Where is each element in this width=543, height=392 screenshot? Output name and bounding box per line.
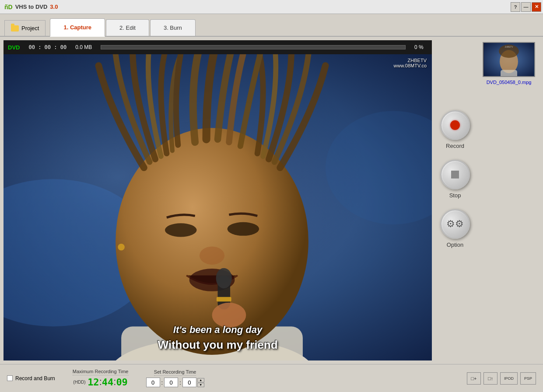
video-display: ZHBETV www.08MTV.co It's been a long day… bbox=[4, 54, 432, 360]
logo-icon: ñD bbox=[4, 4, 13, 10]
tab-capture[interactable]: 1. Capture bbox=[50, 18, 105, 37]
subtitle-line1: It's been a long day bbox=[25, 324, 410, 336]
folder-icon bbox=[11, 25, 19, 32]
set-time-seconds[interactable] bbox=[182, 378, 196, 387]
record-icon bbox=[450, 120, 460, 130]
svg-text:ZHBETV: ZHBETV bbox=[505, 46, 514, 48]
max-time-section: Maximum Recording Time (HDD) 12 : 44 : 0… bbox=[73, 369, 129, 388]
set-time-inputs: : : ▲ ▼ bbox=[146, 378, 204, 387]
video-info-bar: DVD 00 : 00 : 00 0.0 MB 0 % bbox=[4, 40, 432, 54]
spin-up-button[interactable]: ▲ bbox=[197, 378, 204, 382]
bottom-right-icons: □+ □↑ IPOD PSP bbox=[467, 372, 536, 385]
progress-percent: 0 % bbox=[414, 44, 427, 50]
export-group: □↑ bbox=[483, 372, 497, 385]
svg-point-9 bbox=[228, 222, 259, 236]
progress-bar bbox=[101, 45, 406, 49]
set-time-hours[interactable] bbox=[146, 378, 160, 387]
window-controls: ? — ✕ bbox=[511, 2, 541, 12]
tab-capture-label: 1. Capture bbox=[63, 24, 91, 31]
thumbnail-box: ZHBETV bbox=[483, 42, 535, 77]
new-file-group: □+ bbox=[467, 372, 481, 385]
record-button[interactable] bbox=[440, 110, 470, 140]
psp-icon: PSP bbox=[524, 376, 532, 381]
record-burn-label: Record and Burn bbox=[15, 375, 55, 382]
thumbnail-filename: DVD_050458_0.mpg bbox=[487, 80, 532, 85]
filesize-display: 0.0 MB bbox=[75, 44, 92, 50]
video-art bbox=[4, 54, 432, 360]
set-time-minutes[interactable] bbox=[164, 378, 178, 387]
option-button[interactable]: ⚙⚙ bbox=[440, 209, 470, 239]
svg-point-13 bbox=[216, 268, 232, 289]
watermark: ZHBETV www.08MTV.co bbox=[394, 58, 427, 68]
svg-point-8 bbox=[165, 223, 197, 237]
record-burn-checkbox[interactable] bbox=[7, 375, 13, 381]
app-title: ñD VHS to DVD 3.0 bbox=[4, 4, 58, 10]
format-label: DVD bbox=[8, 44, 20, 51]
export-icon: □↑ bbox=[488, 376, 493, 381]
svg-point-16 bbox=[118, 244, 125, 251]
set-time-section: Set Recording Time : : ▲ ▼ bbox=[146, 369, 204, 387]
svg-point-10 bbox=[200, 246, 224, 264]
spin-down-button[interactable]: ▼ bbox=[197, 383, 204, 387]
time-spinners: ▲ ▼ bbox=[197, 378, 204, 387]
close-button[interactable]: ✕ bbox=[532, 2, 541, 12]
new-file-button[interactable]: □+ bbox=[467, 372, 481, 385]
bottom-bar: Record and Burn Maximum Recording Time (… bbox=[0, 364, 543, 392]
right-panel: ZHBETV DVD_050458_0.mpg bbox=[478, 40, 539, 360]
stop-button[interactable] bbox=[440, 160, 470, 189]
help-button[interactable]: ? bbox=[511, 2, 520, 12]
ipod-group: IPOD bbox=[500, 372, 518, 385]
app-name-label: VHS to DVD bbox=[15, 4, 48, 10]
max-time-minutes: 44 bbox=[102, 377, 114, 388]
subtitle-area: It's been a long day Without you my frie… bbox=[25, 324, 410, 352]
watermark-line1: ZHBETV bbox=[394, 58, 427, 63]
svg-rect-14 bbox=[217, 297, 231, 301]
ipod-button[interactable]: IPOD bbox=[500, 372, 518, 385]
max-time-title: Maximum Recording Time bbox=[73, 369, 129, 375]
main-content: DVD 00 : 00 : 00 0.0 MB 0 % bbox=[0, 37, 543, 392]
project-button[interactable]: Project bbox=[4, 20, 46, 36]
tab-burn-label: 3. Burn bbox=[164, 24, 182, 31]
max-time-hours: 12 bbox=[88, 377, 99, 388]
video-panel: DVD 00 : 00 : 00 0.0 MB 0 % bbox=[4, 40, 432, 360]
ipod-icon: IPOD bbox=[504, 376, 514, 381]
tab-bar: Project 1. Capture 2. Edit 3. Burn bbox=[0, 14, 543, 37]
record-label: Record bbox=[446, 143, 464, 149]
export-button[interactable]: □↑ bbox=[483, 372, 497, 385]
psp-group: PSP bbox=[520, 372, 536, 385]
thumbnail-art: ZHBETV bbox=[483, 43, 534, 76]
controls-panel: Record Stop ⚙⚙ Option bbox=[435, 40, 475, 360]
gears-icon: ⚙⚙ bbox=[446, 218, 464, 230]
stop-icon bbox=[451, 171, 459, 178]
tab-edit-label: 2. Edit bbox=[119, 24, 136, 31]
max-time-subtitle: (HDD) bbox=[73, 380, 85, 385]
thumbnail-image: ZHBETV bbox=[483, 43, 534, 76]
subtitle-line2: Without you my friend bbox=[25, 338, 410, 352]
colon2: : bbox=[179, 379, 182, 386]
stop-label: Stop bbox=[449, 192, 461, 199]
project-label: Project bbox=[21, 25, 39, 32]
capture-area: DVD 00 : 00 : 00 0.0 MB 0 % bbox=[0, 37, 543, 364]
new-file-icon: □+ bbox=[471, 376, 476, 381]
tab-edit[interactable]: 2. Edit bbox=[106, 19, 149, 36]
watermark-line2: www.08MTV.co bbox=[394, 63, 427, 68]
record-burn-section: Record and Burn bbox=[7, 375, 55, 382]
psp-button[interactable]: PSP bbox=[520, 372, 536, 385]
minimize-button[interactable]: — bbox=[521, 2, 531, 12]
svg-rect-20 bbox=[501, 70, 517, 76]
title-bar: ñD VHS to DVD 3.0 ? — ✕ bbox=[0, 0, 543, 14]
set-time-title: Set Recording Time bbox=[154, 369, 196, 376]
tab-burn[interactable]: 3. Burn bbox=[150, 19, 196, 36]
max-time-seconds: 09 bbox=[116, 377, 128, 388]
colon1: : bbox=[161, 379, 164, 386]
video-frame: ZHBETV www.08MTV.co It's been a long day… bbox=[4, 54, 432, 360]
version-label: 3.0 bbox=[50, 4, 58, 10]
timecode-display: 00 : 00 : 00 bbox=[28, 44, 67, 50]
option-label: Option bbox=[447, 242, 463, 248]
